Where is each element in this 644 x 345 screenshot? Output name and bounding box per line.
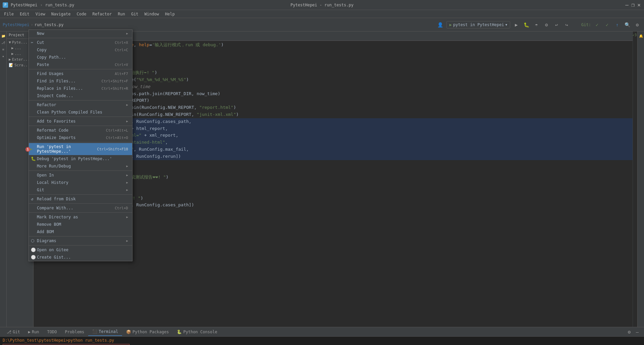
ctx-paste[interactable]: Paste Ctrl+V — [29, 61, 132, 68]
ctx-optimize[interactable]: Optimize Imports Ctrl+Alt+O — [29, 134, 132, 141]
tab-git[interactable]: ⎇ Git — [3, 328, 24, 336]
ctx-more-run[interactable]: More Run/Debug — [29, 162, 132, 170]
ctx-sep7 — [29, 170, 132, 171]
ctx-sep6 — [29, 142, 132, 142]
bottom-tabs: ⎇ Git ▶ Run TODO Problems ⬛ Terminal 📦 P… — [0, 327, 644, 337]
close-button[interactable]: ✕ — [637, 3, 641, 7]
ctx-debug[interactable]: 🐛 Debug 'pytest in PytestHepe...' — [29, 155, 132, 162]
breadcrumb-file: run_tests.py — [35, 22, 64, 27]
notifications-icon[interactable]: 🔔 — [638, 33, 644, 39]
run-badge: 1 — [25, 147, 30, 152]
tab-todo[interactable]: TODO — [43, 328, 61, 336]
ctx-find-in-files[interactable]: Find in Files... Ctrl+Shift+F — [29, 77, 132, 85]
tab-problems[interactable]: Problems — [61, 328, 89, 336]
menu-view[interactable]: View — [33, 11, 48, 17]
ctx-remove-bom[interactable]: Remove BOM — [29, 221, 132, 228]
ctx-reformat[interactable]: Reformat Code Ctrl+Alt+L — [29, 127, 132, 134]
toolbar-breadcrumb: PytestHepei › run_tests.py — [3, 22, 63, 27]
ctx-diagrams[interactable]: ⬡ Diagrams — [29, 237, 132, 245]
terminal-settings-icon[interactable]: ⚙ — [625, 328, 633, 336]
ctx-cut[interactable]: ✂ Cut Ctrl+X — [29, 39, 132, 46]
git-check2-icon[interactable]: ✓ — [603, 21, 611, 29]
ctx-replace-in-files[interactable]: Replace in Files... Ctrl+Shift+R — [29, 85, 132, 92]
tab-run[interactable]: ▶ Run — [24, 328, 43, 336]
menu-window[interactable]: Window — [142, 11, 162, 17]
account-icon[interactable]: 👤 — [436, 21, 444, 29]
ctx-clean[interactable]: Clean Python Compiled Files — [29, 109, 132, 116]
terminal-close-icon[interactable]: — — [633, 328, 641, 336]
right-icon-strip: 🔔 — [637, 31, 644, 327]
packages-tab-icon: 📦 — [126, 330, 131, 334]
folding-icon[interactable]: ✓3 — [633, 33, 637, 37]
ctx-sep5 — [29, 126, 132, 126]
console-tab-icon: 🐍 — [177, 330, 182, 334]
menu-run[interactable]: Run — [115, 11, 128, 17]
commit-icon[interactable]: ⎇ — [0, 40, 6, 46]
menu-git[interactable]: Git — [128, 11, 141, 17]
ctx-add-bom[interactable]: Add BOM — [29, 228, 132, 235]
ctx-reload[interactable]: ↺ Reload from Disk — [29, 195, 132, 203]
coverage-button[interactable]: ☂ — [532, 21, 540, 29]
menu-refactor[interactable]: Refactor — [90, 11, 114, 17]
ctx-open-in[interactable]: Open In — [29, 171, 132, 179]
ctx-refactor[interactable]: Refactor — [29, 101, 132, 109]
git-tab-label: Git — [13, 330, 20, 334]
run-tab-label: Run — [32, 330, 39, 334]
ctx-sep1 — [29, 38, 132, 38]
run-config-button[interactable]: ▶ pytest in PytestHepei ▼ — [446, 21, 510, 28]
ctx-sep3 — [29, 100, 132, 100]
menu-edit[interactable]: Edit — [17, 11, 32, 17]
tab-python-packages[interactable]: 📦 Python Packages — [122, 328, 173, 336]
minimize-button[interactable]: — — [625, 3, 629, 7]
redo-button[interactable]: ↪ — [562, 21, 571, 29]
menu-navigate[interactable]: Navigate — [49, 11, 73, 17]
project-icon[interactable]: 📁 — [0, 33, 6, 39]
ctx-sep8 — [29, 194, 132, 195]
right-gutter: ✓3 — [633, 31, 637, 327]
terminal-content[interactable]: D:\Python_test\pytestHepei>python run_te… — [0, 337, 644, 345]
menu-code[interactable]: Code — [74, 11, 89, 17]
title-bar-right: — ❐ ✕ — [625, 3, 641, 7]
structure-icon[interactable]: ≡ — [0, 46, 6, 52]
cut-icon: ✂ — [31, 40, 33, 45]
tab-terminal[interactable]: ⬛ Terminal — [88, 328, 122, 336]
sidebar-item-label: Pyte... — [12, 40, 28, 45]
ctx-copy[interactable]: Copy Ctrl+C — [29, 46, 132, 54]
title-bar: P PytestHepei › run_tests.py PytestHepei… — [0, 0, 644, 10]
sidebar-title: Project — [9, 33, 24, 37]
undo-button[interactable]: ↩ — [552, 21, 560, 29]
code-content[interactable]: @click.option('-m', default=None, help='… — [47, 41, 633, 327]
favorites-icon[interactable]: ★ — [0, 53, 6, 59]
menu-help[interactable]: Help — [162, 11, 177, 17]
git-push-icon[interactable]: ↑ — [613, 21, 621, 29]
diagrams-icon: ⬡ — [31, 238, 34, 243]
ctx-inspect[interactable]: Inspect Code... — [29, 92, 132, 99]
ctx-reformat-shortcut: Ctrl+Alt+L — [106, 128, 128, 133]
ctx-open-gitee[interactable]: ⚪ Open on Gitee — [29, 246, 132, 254]
ctx-find-usages[interactable]: Find Usages Alt+F7 — [29, 70, 132, 77]
left-icon-strip: 📁 ⎇ ≡ ★ — [0, 31, 7, 327]
maximize-button[interactable]: ❐ — [631, 3, 635, 7]
ctx-sep12 — [29, 245, 132, 246]
ctx-local-history[interactable]: Local History — [29, 179, 132, 186]
expand-icon: ▼ — [9, 40, 11, 45]
title-breadcrumb1: PytestHepei — [11, 3, 37, 7]
run-options-button[interactable]: ⚙ — [542, 21, 550, 29]
ctx-add-favorites[interactable]: Add to Favorites — [29, 118, 132, 125]
ctx-compare[interactable]: Compare With... Ctrl+D — [29, 204, 132, 212]
folder-icon: ▶ — [11, 46, 14, 50]
ctx-copy-path[interactable]: Copy Path... — [29, 54, 132, 61]
run-button[interactable]: ▶ — [512, 21, 520, 29]
debug-button[interactable]: 🐛 — [522, 21, 530, 29]
menu-file[interactable]: File — [1, 11, 16, 17]
tab-python-console[interactable]: 🐍 Python Console — [173, 328, 221, 336]
ctx-mark-dir[interactable]: Mark Directory as — [29, 213, 132, 221]
ctx-git[interactable]: Git — [29, 186, 132, 194]
git-check-icon[interactable]: ✓ — [593, 21, 601, 29]
settings-button[interactable]: ⚙ — [633, 21, 641, 29]
ctx-create-gist[interactable]: ⚪ Create Gist... — [29, 254, 132, 261]
ctx-run[interactable]: ▶ 1 Run 'pytest in PytestHepe...' Ctrl+S… — [29, 143, 132, 155]
ctx-new[interactable]: New — [29, 30, 132, 37]
title-breadcrumb2: run_tests.py — [45, 3, 74, 7]
search-button[interactable]: 🔍 — [623, 21, 631, 29]
